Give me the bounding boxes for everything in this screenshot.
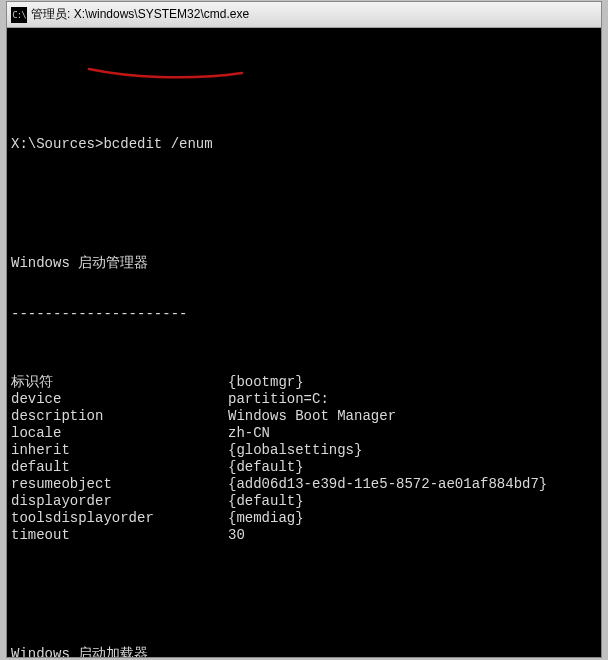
prompt-path: X:\Sources> [11, 136, 103, 153]
kv-key: default [11, 459, 228, 476]
kv-key: inherit [11, 442, 228, 459]
section-title-bootmgr: Windows 启动管理器 [11, 255, 597, 272]
kv-value: {default} [228, 493, 597, 510]
kv-value: {globalsettings} [228, 442, 597, 459]
kv-value: {add06d13-e39d-11e5-8572-ae01af884bd7} [228, 476, 597, 493]
prompt-line-1: X:\Sources>bcdedit /enum [11, 136, 597, 153]
kv-value: {bootmgr} [228, 374, 597, 391]
section-title-loader: Windows 启动加载器 [11, 646, 597, 657]
kv-value: partition=C: [228, 391, 597, 408]
kv-row: resumeobject{add06d13-e39d-11e5-8572-ae0… [11, 476, 597, 493]
kv-row: descriptionWindows Boot Manager [11, 408, 597, 425]
section-rule: --------------------- [11, 306, 597, 323]
kv-row: default{default} [11, 459, 597, 476]
kv-row: inherit{globalsettings} [11, 442, 597, 459]
kv-key: locale [11, 425, 228, 442]
kv-key: resumeobject [11, 476, 228, 493]
kv-value: Windows Boot Manager [228, 408, 597, 425]
kv-value: {default} [228, 459, 597, 476]
kv-key: displayorder [11, 493, 228, 510]
kv-row: localezh-CN [11, 425, 597, 442]
kv-value: zh-CN [228, 425, 597, 442]
command-text: bcdedit /enum [103, 136, 212, 153]
kv-key: 标识符 [11, 374, 228, 391]
red-underline-annotation [87, 65, 247, 87]
kv-key: timeout [11, 527, 228, 544]
kv-value: {memdiag} [228, 510, 597, 527]
kv-row: timeout30 [11, 527, 597, 544]
kv-row: devicepartition=C: [11, 391, 597, 408]
kv-key: toolsdisplayorder [11, 510, 228, 527]
kv-key: description [11, 408, 228, 425]
kv-row: toolsdisplayorder{memdiag} [11, 510, 597, 527]
kv-row: displayorder{default} [11, 493, 597, 510]
titlebar[interactable]: C:\ 管理员: X:\windows\SYSTEM32\cmd.exe [7, 2, 601, 28]
kv-value: 30 [228, 527, 597, 544]
console-area[interactable]: X:\Sources>bcdedit /enum Windows 启动管理器 -… [7, 28, 601, 657]
kv-row: 标识符{bootmgr} [11, 374, 597, 391]
cmd-window: C:\ 管理员: X:\windows\SYSTEM32\cmd.exe X:\… [6, 1, 602, 658]
window-title: 管理员: X:\windows\SYSTEM32\cmd.exe [31, 6, 249, 23]
cmd-icon: C:\ [11, 7, 27, 23]
kv-key: device [11, 391, 228, 408]
